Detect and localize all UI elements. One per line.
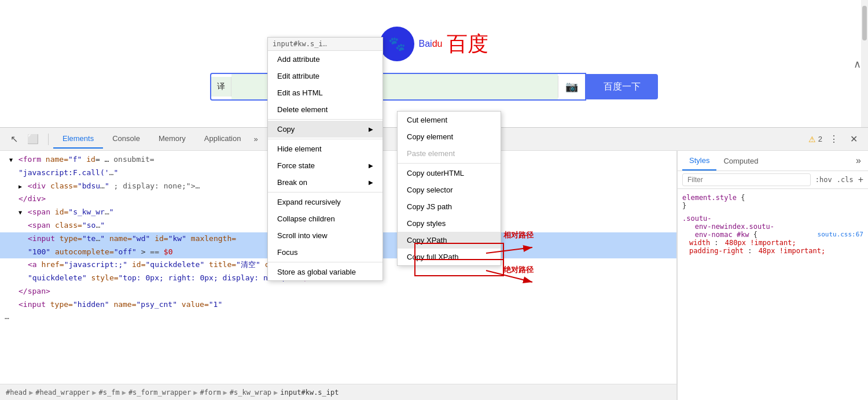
menu-item-copy-outerhtml[interactable]: Copy outerHTML	[398, 165, 501, 182]
menu-divider	[398, 163, 501, 164]
tab-separator	[48, 134, 49, 145]
menu-item-collapse-children[interactable]: Collapse children	[268, 210, 382, 227]
warning-icon: ⚠	[808, 135, 816, 144]
breadcrumb-s-fm[interactable]: #s_fm	[99, 388, 120, 397]
menu-item-focus[interactable]: Focus	[268, 244, 382, 261]
styles-filter-input[interactable]	[682, 173, 811, 186]
code-line: </span>	[0, 285, 676, 298]
browser-area: 🐾 Baidu 百度 译 📷 百度一下 ∧	[0, 0, 868, 127]
search-bar: 译 📷	[210, 73, 586, 101]
page-scrollbar[interactable]	[861, 0, 868, 127]
copy-submenu: Cut element Copy element Paste element C…	[397, 111, 501, 266]
css-property-width: width : 480px !important;	[682, 239, 863, 247]
css-property-padding-right: padding-right : 48px !important;	[682, 247, 863, 255]
hov-button[interactable]: :hov	[815, 176, 832, 184]
baidu-logo: 🐾 Baidu 百度	[380, 27, 489, 61]
devtools-menu-button[interactable]: ⋮	[825, 131, 843, 147]
menu-item-cut-element[interactable]: Cut element	[398, 112, 501, 128]
element-tag-tooltip: input#kw.s_i…	[268, 38, 382, 51]
baidu-paw-icon: 🐾	[380, 27, 414, 61]
styles-filter: :hov .cls +	[678, 171, 868, 189]
devtools-right-controls: ⚠ 2 ⋮ ✕	[808, 131, 862, 147]
menu-item-add-attribute[interactable]: Add attribute	[268, 51, 382, 68]
menu-item-copy-styles[interactable]: Copy styles	[398, 215, 501, 232]
menu-item-force-state[interactable]: Force state	[268, 157, 382, 174]
menu-item-expand-recursively[interactable]: Expand recursively	[268, 194, 382, 210]
styles-more-button[interactable]: »	[854, 151, 863, 171]
absolute-path-label: 绝对路径	[503, 265, 534, 275]
cls-button[interactable]: .cls	[837, 176, 854, 184]
menu-item-copy-selector[interactable]: Copy selector	[398, 182, 501, 198]
menu-item-copy-js-path[interactable]: Copy JS path	[398, 198, 501, 215]
cursor-icon[interactable]: ↖	[6, 134, 23, 145]
css-rule-header: .soutu- env-newindex.soutu- env-nomac #k…	[682, 214, 863, 239]
baidu-chinese-text: 百度	[447, 30, 488, 58]
css-rule-soutu: .soutu- env-newindex.soutu- env-nomac #k…	[682, 214, 863, 255]
translate-button[interactable]: 译	[211, 77, 231, 97]
styles-content: element.style { } .soutu- env-newindex.s…	[678, 189, 868, 400]
menu-item-scroll-into-view[interactable]: Scroll into view	[268, 227, 382, 244]
menu-item-delete-element[interactable]: Delete element	[268, 101, 382, 118]
menu-item-copy-xpath[interactable]: Copy XPath	[398, 232, 501, 249]
breadcrumb-head[interactable]: #head	[6, 388, 27, 397]
menu-item-copy-full-xpath[interactable]: Copy full XPath	[398, 249, 501, 265]
more-tabs-button[interactable]: »	[250, 130, 261, 148]
menu-item-break-on[interactable]: Break on	[268, 174, 382, 191]
tab-elements[interactable]: Elements	[53, 129, 103, 149]
breadcrumb-form[interactable]: #form	[200, 388, 220, 397]
tab-application[interactable]: Application	[195, 129, 251, 149]
triangle-icon[interactable]: ▶	[19, 182, 22, 191]
styles-tab-computed[interactable]: Computed	[716, 152, 765, 170]
css-source-link[interactable]: soutu.css:67	[818, 231, 863, 238]
camera-button[interactable]: 📷	[558, 76, 585, 98]
triangle-icon[interactable]: ▼	[9, 155, 13, 165]
css-rule-element-style: element.style { }	[682, 194, 863, 210]
context-menu: input#kw.s_i… Add attribute Edit attribu…	[267, 37, 383, 281]
scrollbar-thumb[interactable]	[862, 6, 867, 40]
menu-item-copy[interactable]: Copy	[268, 121, 382, 138]
menu-item-copy-element[interactable]: Copy element	[398, 128, 501, 145]
chevron-up-icon[interactable]: ∧	[854, 58, 861, 71]
code-line: <input type="hidden" name="psy_cnt" valu…	[0, 298, 676, 312]
paw-symbol: 🐾	[388, 36, 406, 52]
menu-item-edit-html[interactable]: Edit as HTML	[268, 84, 382, 101]
menu-item-hide-element[interactable]: Hide element	[268, 140, 382, 157]
styles-panel: Styles Computed » :hov .cls + element.st…	[677, 151, 868, 400]
warning-badge: ⚠ 2	[808, 135, 822, 144]
tab-memory[interactable]: Memory	[149, 129, 195, 149]
menu-item-paste-element[interactable]: Paste element	[398, 145, 501, 162]
breadcrumb-current[interactable]: input#kw.s_ipt	[280, 388, 339, 397]
menu-divider	[268, 139, 382, 139]
breadcrumb-s-kw-wrap[interactable]: #s_kw_wrap	[230, 388, 271, 397]
box-icon[interactable]: ⬜	[23, 134, 43, 145]
relative-path-label: 相对路径	[503, 230, 534, 240]
add-style-button[interactable]: +	[858, 175, 863, 185]
menu-item-edit-attribute[interactable]: Edit attribute	[268, 68, 382, 84]
elements-breadcrumb: #head ▶ #head_wrapper ▶ #s_fm ▶ #s_form_…	[0, 384, 676, 400]
styles-tabs: Styles Computed »	[678, 151, 868, 171]
baidu-logo-text: Baidu	[419, 39, 443, 49]
triangle-icon[interactable]: ▼	[19, 208, 22, 217]
menu-divider	[268, 119, 382, 120]
css-selector: element.style {	[682, 194, 863, 202]
breadcrumb-s-form-wrapper[interactable]: #s_form_wrapper	[128, 388, 191, 397]
devtools-close-button[interactable]: ✕	[845, 131, 862, 147]
menu-divider	[268, 262, 382, 262]
dots-line: …	[0, 312, 676, 321]
search-button[interactable]: 百度一下	[586, 74, 658, 99]
css-close-brace: }	[682, 202, 863, 210]
menu-divider	[268, 192, 382, 192]
tab-console[interactable]: Console	[103, 129, 149, 149]
menu-item-store-global[interactable]: Store as global variable	[268, 264, 382, 280]
styles-tab-styles[interactable]: Styles	[682, 151, 716, 171]
breadcrumb-head-wrapper[interactable]: #head_wrapper	[35, 388, 90, 397]
